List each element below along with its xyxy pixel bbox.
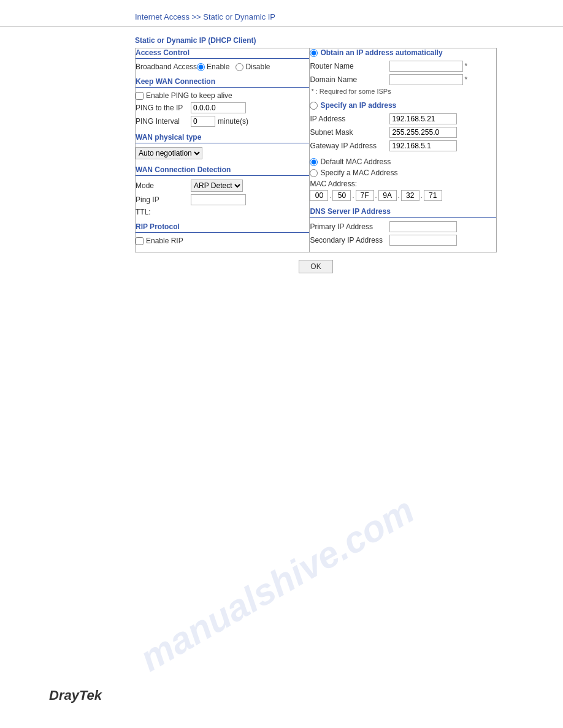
- main-form-table: Access Control Broadband Access Enable D…: [135, 48, 497, 252]
- enable-rip-row: Enable RIP: [136, 237, 309, 245]
- router-name-label: Router Name: [310, 62, 389, 70]
- specify-mac-radio[interactable]: [310, 169, 318, 177]
- ping-interval-row: PING Interval minute(s): [136, 116, 309, 127]
- subnet-mask-row: Subnet Mask: [310, 127, 496, 138]
- dray-text: Dray: [49, 688, 79, 703]
- gateway-label: Gateway IP Address: [310, 142, 389, 150]
- ip-address-input[interactable]: [389, 113, 457, 124]
- router-name-star: *: [464, 62, 467, 70]
- specify-ip-label: Specify an IP address: [310, 101, 496, 110]
- router-name-input[interactable]: [389, 61, 463, 72]
- page-title: Internet Access >> Static or Dynamic IP: [135, 12, 545, 21]
- mode-select[interactable]: ARP Detect Ping Detect: [191, 180, 243, 192]
- ip-address-row: IP Address: [310, 113, 496, 124]
- mac-dot-2: .: [352, 192, 354, 199]
- wan-physical-section: WAN physical type Auto negotiation 10M h…: [136, 133, 309, 159]
- subnet-mask-input[interactable]: [389, 127, 457, 138]
- mac-octet-5[interactable]: [401, 190, 419, 201]
- specify-mac-row: Specify a MAC Address: [310, 169, 496, 177]
- obtain-ip-radio[interactable]: [310, 49, 318, 57]
- ping-ip-label: PING to the IP: [136, 104, 191, 112]
- mac-octet-2[interactable]: [332, 190, 351, 201]
- primary-dns-label: Primary IP Address: [310, 222, 389, 231]
- access-control-section: Access Control Broadband Access Enable D…: [136, 48, 309, 71]
- gateway-row: Gateway IP Address: [310, 140, 496, 151]
- wan-physical-select[interactable]: Auto negotiation 10M half 10M full 100M …: [136, 147, 202, 159]
- right-panel: Obtain an IP address automatically Route…: [310, 48, 497, 252]
- broadband-label: Broadband Access: [136, 63, 197, 71]
- dns-section: DNS Server IP Address Primary IP Address…: [310, 207, 496, 246]
- secondary-dns-row: Secondary IP Address: [310, 235, 496, 246]
- enable-ping-label: Enable PING to keep alive: [146, 91, 232, 100]
- main-content: Static or Dynamic IP (DHCP Client) Acces…: [0, 33, 563, 286]
- default-mac-label: Default MAC Address: [320, 157, 391, 166]
- ip-address-label: IP Address: [310, 115, 389, 123]
- ping-interval-label: PING Interval: [136, 117, 191, 126]
- wan-ping-ip-label: Ping IP: [136, 195, 191, 204]
- minutes-label: minute(s): [218, 117, 248, 126]
- mac-dot-5: .: [421, 192, 423, 199]
- mac-address-section: MAC Address: . . . . .: [310, 180, 496, 201]
- mac-octet-1[interactable]: [310, 190, 328, 201]
- secondary-dns-input[interactable]: [389, 235, 457, 246]
- tek-text: Tek: [79, 688, 102, 703]
- enable-ping-row: Enable PING to keep alive: [136, 91, 309, 100]
- isp-note: * : Required for some ISPs: [311, 88, 496, 95]
- mac-section: Default MAC Address Specify a MAC Addres…: [310, 157, 496, 201]
- ok-button[interactable]: OK: [299, 260, 332, 273]
- obtain-ip-section: Obtain an IP address automatically Route…: [310, 48, 496, 95]
- rip-title: RIP Protocol: [136, 222, 309, 233]
- keep-wan-section: Keep WAN Connection Enable PING to keep …: [136, 77, 309, 127]
- mac-dot-1: .: [329, 192, 331, 199]
- section-title: Static or Dynamic IP (DHCP Client): [135, 36, 545, 45]
- ping-ip-input[interactable]: [191, 102, 246, 113]
- gateway-input[interactable]: [389, 140, 457, 151]
- secondary-dns-label: Secondary IP Address: [310, 236, 389, 245]
- enable-label: Enable: [207, 63, 229, 71]
- watermark: manualshive.com: [132, 489, 421, 680]
- domain-name-label: Domain Name: [310, 75, 389, 84]
- primary-dns-row: Primary IP Address: [310, 221, 496, 232]
- enable-rip-checkbox[interactable]: [136, 237, 144, 245]
- draytek-logo: DrayTek: [49, 688, 102, 703]
- ping-interval-input[interactable]: [191, 116, 215, 127]
- mac-dot-3: .: [375, 192, 377, 199]
- mac-octet-3[interactable]: [356, 190, 374, 201]
- wan-physical-row: Auto negotiation 10M half 10M full 100M …: [136, 147, 309, 159]
- primary-dns-input[interactable]: [389, 221, 457, 232]
- enable-radio[interactable]: [197, 63, 205, 71]
- domain-name-star: *: [464, 75, 467, 84]
- wan-ping-ip-row: Ping IP: [136, 194, 309, 205]
- specify-mac-label: Specify a MAC Address: [320, 169, 397, 177]
- enable-ping-checkbox[interactable]: [136, 92, 144, 100]
- mac-octet-4[interactable]: [378, 190, 397, 201]
- enable-radio-label[interactable]: Enable: [197, 63, 229, 71]
- mac-octet-6[interactable]: [424, 190, 442, 201]
- mac-inputs-row: . . . . .: [310, 190, 496, 201]
- wan-ping-ip-input[interactable]: [191, 194, 246, 205]
- wan-detection-title: WAN Connection Detection: [136, 165, 309, 176]
- ttl-row: TTL:: [136, 208, 309, 216]
- broadband-access-row: Broadband Access Enable Disable: [136, 63, 309, 71]
- domain-name-input[interactable]: [389, 74, 463, 85]
- rip-section: RIP Protocol Enable RIP: [136, 222, 309, 245]
- ok-row: OK: [135, 260, 497, 273]
- disable-radio-label[interactable]: Disable: [236, 63, 270, 71]
- default-mac-radio[interactable]: [310, 158, 318, 166]
- ping-ip-row: PING to the IP: [136, 102, 309, 113]
- mac-dot-4: .: [398, 192, 400, 199]
- disable-radio[interactable]: [236, 63, 243, 71]
- ttl-label: TTL:: [136, 208, 191, 216]
- page-header: Internet Access >> Static or Dynamic IP: [0, 0, 563, 27]
- enable-rip-label: Enable RIP: [146, 237, 183, 245]
- obtain-ip-label: Obtain an IP address automatically: [310, 48, 496, 57]
- default-mac-row: Default MAC Address: [310, 157, 496, 166]
- mode-label: Mode: [136, 181, 191, 190]
- subnet-mask-label: Subnet Mask: [310, 128, 389, 137]
- wan-physical-title: WAN physical type: [136, 133, 309, 143]
- specify-ip-radio[interactable]: [310, 102, 318, 110]
- dns-title: DNS Server IP Address: [310, 207, 496, 218]
- router-name-row: Router Name *: [310, 61, 496, 72]
- wan-detection-section: WAN Connection Detection Mode ARP Detect…: [136, 165, 309, 216]
- domain-name-row: Domain Name *: [310, 74, 496, 85]
